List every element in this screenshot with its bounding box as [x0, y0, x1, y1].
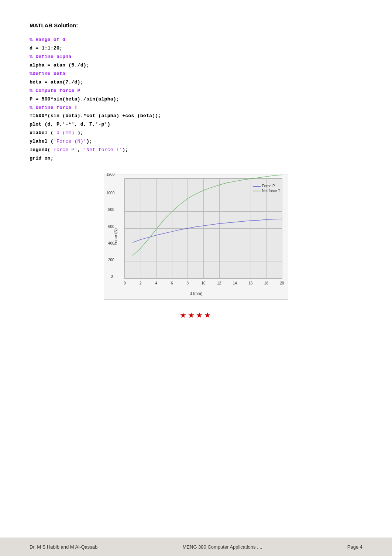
chart-container: Force (N): [30, 174, 362, 300]
chart-legend: Force P Net force T: [253, 184, 280, 194]
code-alpha: alpha = atan (5./d);: [30, 62, 89, 68]
legend-force-p-label: Force P: [262, 184, 275, 188]
x-axis-label: d (mm): [190, 291, 203, 296]
x-tick-12: 12: [217, 281, 221, 285]
x-tick-4: 4: [155, 281, 157, 285]
x-tick-16: 16: [248, 281, 252, 285]
y-tick-1200: 1200: [106, 173, 114, 177]
code-d-range: d = 1:1:20;: [30, 45, 62, 51]
code-P: P = 500*sin(beta)./sin(alpha);: [30, 96, 119, 102]
code-grid: grid on;: [30, 156, 54, 161]
code-beta: beta = atan(7./d);: [30, 79, 83, 85]
x-tick-14: 14: [233, 281, 237, 285]
stars: ★★★★: [30, 311, 362, 320]
code-line-3: % Define alpha: [30, 53, 362, 61]
footer-center: MENG 380 Computer Applications ....: [183, 544, 262, 550]
y-tick-800: 800: [108, 208, 114, 212]
code-line-7: % Compute force P: [30, 87, 362, 95]
x-tick-6: 6: [171, 281, 173, 285]
section-title: MATLAB Solution:: [30, 22, 362, 28]
comment-range-d: % Range of d: [30, 37, 65, 42]
legend-net-force-t-label: Net force T: [262, 189, 280, 193]
legend-force-p: Force P: [253, 184, 280, 188]
x-tick-10: 10: [201, 281, 205, 285]
code-T: T=500*(sin (beta).*cot (alpha) +cos (bet…: [30, 113, 161, 119]
page-content: MATLAB Solution: % Range of d d = 1:1:20…: [0, 0, 392, 364]
comment-define-alpha: % Define alpha: [30, 54, 71, 59]
code-plot: plot (d, P,'-*', d, T,'-p'): [30, 122, 110, 127]
code-line-9: % Define force T: [30, 104, 362, 112]
legend-net-force-t: Net force T: [253, 189, 280, 193]
code-line-11: plot (d, P,'-*', d, T,'-p'): [30, 120, 362, 129]
code-line-10: T=500*(sin (beta).*cot (alpha) +cos (bet…: [30, 112, 362, 120]
chart-inner: 0 200 400 600 800 1000 1200 0 2 4 6 8 10…: [124, 178, 282, 279]
legend-net-force-t-line: [253, 191, 261, 191]
y-tick-600: 600: [108, 225, 114, 229]
x-tick-2: 2: [140, 281, 142, 285]
x-tick-0: 0: [124, 281, 126, 285]
y-tick-200: 200: [108, 258, 114, 262]
x-tick-8: 8: [187, 281, 189, 285]
footer-right: Page 4: [347, 544, 362, 550]
code-line-4: alpha = atan (5./d);: [30, 61, 362, 70]
code-line-15: grid on;: [30, 154, 362, 163]
x-tick-20: 20: [280, 281, 284, 285]
code-line-8: P = 500*sin(beta)./sin(alpha);: [30, 95, 362, 104]
code-line-13: ylabel ('Force (N)');: [30, 137, 362, 146]
code-line-14: legend('Force P', 'Net force T');: [30, 146, 362, 154]
footer-left: Dr. M S Habib and M Al-Qassab: [30, 544, 97, 550]
chart-wrapper: Force (N): [104, 174, 288, 300]
comment-compute-p: % Compute force P: [30, 88, 80, 93]
x-tick-18: 18: [264, 281, 268, 285]
code-line-12: xlabel ('d (mm)');: [30, 129, 362, 137]
comment-define-beta: %Define beta: [30, 71, 65, 76]
code-line-1: % Range of d: [30, 36, 362, 44]
code-line-2: d = 1:1:20;: [30, 44, 362, 53]
code-line-5: %Define beta: [30, 70, 362, 78]
code-block: % Range of d d = 1:1:20; % Define alpha …: [30, 36, 362, 163]
footer: Dr. M S Habib and M Al-Qassab MENG 380 C…: [0, 538, 392, 556]
y-tick-1000: 1000: [106, 191, 114, 195]
y-tick-0: 0: [111, 274, 113, 279]
legend-force-p-line: [253, 186, 261, 187]
code-line-6: beta = atan(7./d);: [30, 78, 362, 87]
y-tick-400: 400: [108, 241, 114, 245]
comment-define-T: % Define force T: [30, 105, 78, 110]
